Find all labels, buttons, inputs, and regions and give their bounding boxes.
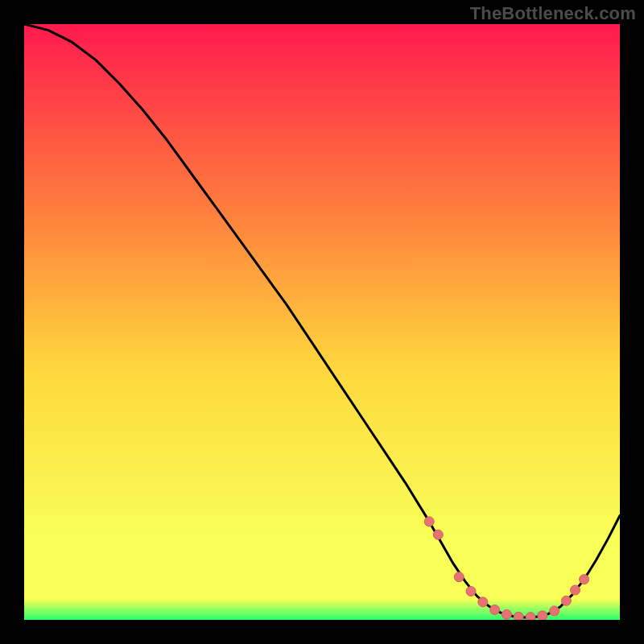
marker-dot <box>502 609 511 619</box>
marker-dot <box>490 605 500 614</box>
chart-svg <box>24 24 620 620</box>
marker-dot <box>424 517 434 526</box>
marker-dot <box>526 613 535 620</box>
marker-dot <box>550 606 559 616</box>
marker-dot <box>514 612 523 620</box>
chart-frame: TheBottleneck.com <box>0 0 644 644</box>
chart-background <box>24 24 620 620</box>
marker-dot <box>454 572 464 582</box>
marker-dot <box>466 586 476 596</box>
watermark-text: TheBottleneck.com <box>470 3 636 24</box>
marker-dot <box>478 597 488 607</box>
marker-dot <box>571 585 580 595</box>
marker-dot <box>433 530 443 539</box>
marker-dot <box>561 596 571 605</box>
plot-area <box>24 24 620 620</box>
marker-dot <box>580 575 589 584</box>
marker-dot <box>538 611 547 620</box>
